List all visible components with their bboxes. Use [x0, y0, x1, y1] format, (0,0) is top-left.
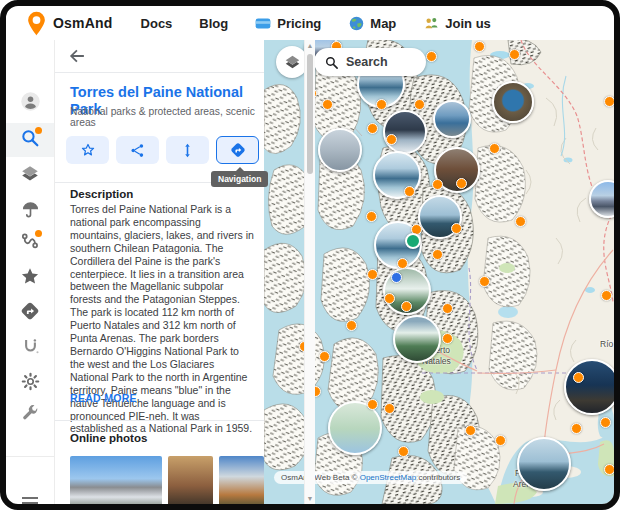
poi-dot-marker[interactable]: [432, 249, 443, 260]
photo-marker[interactable]: [393, 315, 441, 363]
poi-dot-marker[interactable]: [367, 399, 378, 410]
wrench-icon: [20, 403, 40, 427]
online-photos-row: [70, 456, 264, 504]
online-photos-heading: Online photos: [70, 432, 147, 444]
poi-dot-marker[interactable]: [604, 464, 615, 475]
map-canvas[interactable]: PuertoNatalesPuntaArenasRío Search OsmAn…: [264, 40, 614, 504]
photo-marker[interactable]: [318, 128, 362, 172]
rail-item-settings[interactable]: [6, 366, 54, 400]
nav-item-pricing[interactable]: Pricing: [255, 15, 321, 31]
top-navbar: OsmAnd Docs Blog Pricing Map: [6, 6, 614, 40]
place-subtitle: National parks & protected areas, scenic…: [70, 106, 256, 128]
photo-marker[interactable]: [492, 81, 534, 123]
rail-item-favorites[interactable]: [6, 261, 54, 295]
divider: [54, 420, 264, 421]
read-more-link[interactable]: READ MORE: [70, 392, 137, 404]
globe-icon: [348, 15, 364, 31]
online-photo[interactable]: [70, 456, 162, 504]
poi-dot-marker[interactable]: [398, 446, 409, 457]
search-badge: [35, 127, 42, 134]
divider: [54, 72, 264, 73]
rail-item-navigation[interactable]: [6, 296, 54, 330]
poi-dot-marker[interactable]: [451, 223, 462, 234]
nav-item-docs[interactable]: Docs: [141, 16, 173, 31]
brand-name: OsmAnd: [53, 15, 113, 31]
poi-dot-marker[interactable]: [571, 423, 582, 434]
online-photo[interactable]: [219, 456, 264, 504]
openstreetmap-link[interactable]: OpenStreetMap: [360, 473, 416, 482]
poi-dot-marker[interactable]: [515, 216, 526, 227]
rail-item-weather[interactable]: [6, 194, 54, 228]
nav-item-map[interactable]: Map: [348, 15, 396, 31]
rail-item-tracks[interactable]: [6, 226, 54, 260]
poi-dot-marker[interactable]: [401, 301, 412, 312]
poi-dot-marker[interactable]: [465, 425, 476, 436]
share-button[interactable]: [116, 136, 159, 164]
menu-button[interactable]: Menu: [6, 486, 54, 504]
rail-item-utilities[interactable]: [6, 398, 54, 432]
poi-dot-marker[interactable]: [319, 351, 330, 362]
poi-dot-marker[interactable]: [346, 320, 357, 331]
poi-dot-marker[interactable]: [489, 143, 500, 154]
poi-dot-marker[interactable]: [397, 258, 408, 269]
gear-icon: [20, 371, 41, 396]
left-rail: Menu: [6, 40, 55, 504]
nav-item-blog[interactable]: Blog: [199, 16, 228, 31]
photo-marker[interactable]: [433, 100, 471, 138]
navigation-button[interactable]: [216, 136, 259, 164]
rail-item-plan-route[interactable]: [6, 331, 54, 365]
panel-scrollbar[interactable]: ▲ ▼: [304, 40, 315, 504]
back-arrow-icon[interactable]: [66, 45, 90, 69]
poi-dot-marker[interactable]: [509, 49, 520, 60]
poi-dot-marker[interactable]: [474, 41, 485, 52]
poi-dot-marker[interactable]: [322, 99, 333, 110]
layers-icon: [19, 163, 41, 189]
poi-dot-marker[interactable]: [376, 99, 387, 110]
photo-marker[interactable]: [517, 437, 571, 491]
account-icon: [19, 90, 42, 117]
poi-dot-marker[interactable]: [384, 293, 395, 304]
place-detail-panel: Torres del Paine National Park National …: [54, 40, 264, 504]
poi-dot-marker[interactable]: [601, 290, 612, 301]
poi-dot-marker[interactable]: [426, 51, 437, 62]
photo-marker[interactable]: [564, 359, 614, 415]
poi-dot-marker[interactable]: [366, 211, 377, 222]
poi-dot-marker[interactable]: [573, 372, 584, 383]
poi-dot-marker[interactable]: [414, 99, 425, 110]
poi-dot-marker[interactable]: [495, 435, 506, 446]
poi-dot-marker[interactable]: [404, 186, 415, 197]
poi-dot-marker[interactable]: [367, 269, 378, 280]
navigation-diamond-icon: [19, 300, 41, 326]
online-photo[interactable]: [168, 456, 213, 504]
photo-marker[interactable]: [383, 110, 427, 154]
scrollbar-thumb[interactable]: [307, 54, 313, 174]
poi-dot-marker[interactable]: [442, 333, 453, 344]
distance-button[interactable]: [166, 136, 209, 164]
search-icon: [324, 55, 339, 70]
photo-marker[interactable]: [589, 180, 614, 218]
poi-dot-marker[interactable]: [604, 96, 615, 107]
map-search-box[interactable]: Search: [314, 48, 426, 76]
poi-dot-marker[interactable]: [367, 123, 378, 134]
poi-dot-marker[interactable]: [442, 303, 453, 314]
scroll-down-icon[interactable]: ▼: [305, 495, 315, 502]
navigation-tooltip: Navigation: [211, 171, 268, 187]
rail-item-account[interactable]: [6, 86, 54, 120]
poi-dot-marker[interactable]: [456, 178, 467, 189]
app-window: OsmAnd Docs Blog Pricing Map: [0, 0, 620, 510]
map-place-label: Río: [600, 339, 613, 349]
favorite-button[interactable]: [66, 136, 109, 164]
poi-dot-marker[interactable]: [600, 417, 611, 428]
poi-dot-marker[interactable]: [432, 179, 443, 190]
brand[interactable]: OsmAnd: [26, 10, 113, 36]
green-marker[interactable]: [405, 233, 421, 249]
scroll-up-icon[interactable]: ▲: [305, 42, 315, 49]
blue-marker[interactable]: [391, 272, 402, 283]
nav-item-join[interactable]: Join us: [423, 15, 491, 31]
poi-dot-marker[interactable]: [384, 403, 395, 414]
rail-item-search[interactable]: [6, 123, 54, 157]
osmand-logo-icon: [26, 10, 46, 36]
poi-dot-marker[interactable]: [386, 134, 397, 145]
rail-item-layers[interactable]: [6, 159, 54, 193]
poi-dot-marker[interactable]: [479, 276, 490, 287]
